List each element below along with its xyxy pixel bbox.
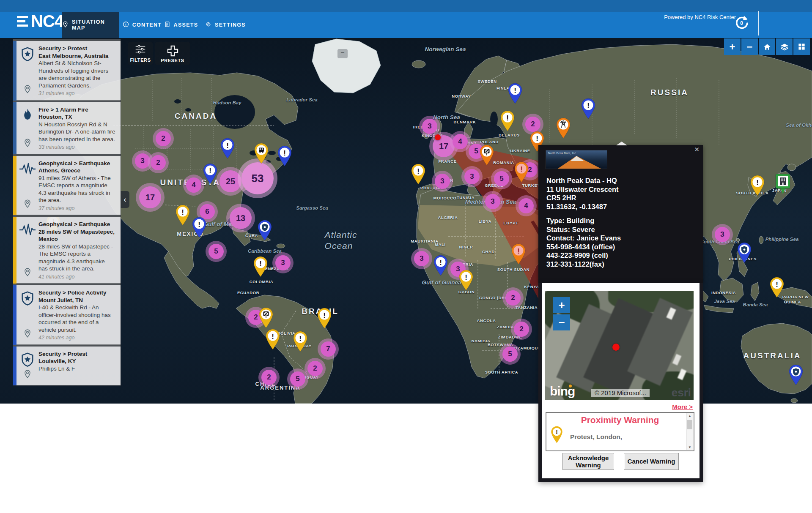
exclaim-pin-marker[interactable]: ! bbox=[432, 254, 449, 278]
satellite-minimap[interactable]: + − bing © 2019 Microsof... esri bbox=[545, 291, 694, 400]
company-logo-image: North Peak Data, Inc. bbox=[546, 150, 607, 169]
shield-pin-marker[interactable] bbox=[736, 242, 753, 265]
exclaim-pin-marker[interactable]: ! bbox=[174, 204, 191, 228]
tab-settings[interactable]: SETTINGS bbox=[210, 12, 241, 38]
alert-card[interactable]: Fire > 1 Alarm FireHouston, TXN Houston … bbox=[13, 101, 121, 154]
cluster-marker[interactable]: 3 bbox=[464, 169, 480, 184]
alert-card[interactable]: Geophysical > Earthquake28 miles SW of M… bbox=[13, 215, 121, 284]
alert-severity-rail bbox=[13, 285, 16, 345]
exclaim-pin-marker[interactable]: ! bbox=[458, 269, 475, 293]
cluster-marker[interactable]: 2 bbox=[156, 131, 171, 146]
cluster-marker[interactable]: 3 bbox=[422, 119, 437, 134]
incident-red-dot[interactable] bbox=[435, 134, 441, 140]
cluster-marker[interactable]: 17 bbox=[139, 186, 161, 208]
building-pin-marker[interactable] bbox=[774, 172, 792, 197]
exclaim-pin-marker[interactable]: ! bbox=[410, 163, 427, 187]
asset-status: Status: Severe bbox=[546, 225, 621, 234]
cluster-marker[interactable]: 2 bbox=[307, 361, 323, 376]
exclaim-pin-marker[interactable]: ! bbox=[264, 328, 281, 352]
cluster-marker[interactable]: 5 bbox=[290, 371, 305, 387]
exclaim-pin-marker[interactable]: ! bbox=[513, 161, 530, 185]
cluster-marker[interactable]: 25 bbox=[219, 170, 241, 192]
cluster-marker[interactable]: 3 bbox=[275, 255, 291, 270]
svg-text:!: ! bbox=[283, 149, 286, 157]
exclaim-pin-marker[interactable]: ! bbox=[580, 98, 597, 121]
scroll-thumb[interactable] bbox=[687, 420, 692, 429]
cluster-marker[interactable]: 13 bbox=[230, 207, 252, 229]
svg-text:!: ! bbox=[439, 259, 442, 267]
exclaim-pin-marker[interactable]: ! bbox=[316, 307, 333, 331]
exclaim-pin-marker[interactable]: ! bbox=[768, 276, 785, 300]
cluster-marker[interactable]: 4 bbox=[453, 134, 468, 149]
cancel-warning-button[interactable]: Cancel Warning bbox=[624, 453, 679, 470]
alert-description: Albert St & Nicholson St- Hundreds of lo… bbox=[38, 60, 115, 89]
exclaim-pin-marker[interactable]: ! bbox=[252, 256, 269, 279]
scroll-up-icon[interactable]: ▲ bbox=[686, 414, 693, 418]
exclaim-pin-marker[interactable]: ! bbox=[219, 137, 236, 161]
exclaim-pin-marker[interactable]: ! bbox=[292, 330, 309, 354]
shield-pin-marker[interactable] bbox=[256, 219, 273, 243]
exclaim-pin-marker[interactable]: ! bbox=[510, 243, 527, 267]
cluster-marker[interactable]: 5 bbox=[494, 171, 509, 186]
cluster-marker[interactable]: 3 bbox=[435, 174, 450, 189]
exclaim-pin-marker[interactable]: ! bbox=[202, 163, 219, 186]
alert-description: I-40 & Beckwith Rd - An officer-involved… bbox=[38, 304, 115, 333]
zoom-out-button[interactable]: − bbox=[741, 38, 758, 55]
pylon-pin-marker[interactable] bbox=[555, 117, 572, 141]
tab-assets[interactable]: ASSETS bbox=[168, 12, 194, 38]
location-pin-icon bbox=[23, 199, 32, 210]
exclaim-pin-marker[interactable]: ! bbox=[749, 175, 766, 198]
basemap-grid-button[interactable] bbox=[793, 38, 810, 55]
warning-scrollbar[interactable]: ▲ ▼ bbox=[686, 413, 693, 450]
svg-text:!: ! bbox=[517, 247, 520, 255]
cluster-marker[interactable]: 2 bbox=[261, 370, 277, 385]
shield-pin-marker[interactable] bbox=[787, 364, 804, 387]
layers-button[interactable] bbox=[776, 38, 793, 55]
refresh-button[interactable]: 0 bbox=[734, 15, 749, 30]
bus-pin-marker[interactable] bbox=[253, 142, 270, 166]
svg-text:!: ! bbox=[417, 167, 420, 175]
sidebar-collapse-button[interactable]: ‹ bbox=[121, 191, 129, 208]
more-link[interactable]: More > bbox=[672, 403, 693, 410]
cluster-marker[interactable]: 7 bbox=[321, 341, 336, 357]
asset-title: North Peak Data - HQ bbox=[546, 176, 621, 185]
cluster-marker[interactable]: 4 bbox=[186, 177, 201, 193]
map-controls: +− bbox=[724, 38, 810, 55]
exclaim-pin-marker[interactable]: ! bbox=[276, 145, 293, 169]
alert-card[interactable]: Geophysical > EarthquakeAthens, Greece91… bbox=[13, 154, 121, 216]
svg-text:0: 0 bbox=[740, 20, 743, 26]
minimap-zoom-in-button[interactable]: + bbox=[553, 297, 570, 313]
alert-card[interactable]: Security > ProtestEast Melbourne, Austra… bbox=[13, 39, 121, 101]
cluster-marker[interactable]: 3 bbox=[485, 194, 500, 209]
zoom-in-button[interactable]: + bbox=[724, 38, 741, 55]
scroll-down-icon[interactable]: ▼ bbox=[686, 445, 693, 449]
home-button[interactable] bbox=[759, 38, 775, 55]
filters-button[interactable]: FILTERS bbox=[128, 42, 153, 65]
cluster-marker[interactable]: 4 bbox=[518, 198, 534, 213]
cluster-marker[interactable]: 2 bbox=[514, 322, 529, 337]
popup-close-icon[interactable]: ✕ bbox=[694, 146, 700, 153]
exclaim-pin-marker[interactable]: ! bbox=[191, 216, 208, 240]
exclaim-pin-marker[interactable]: ! bbox=[499, 110, 516, 134]
alert-card[interactable]: Security > ProtestLouisville, KYPhillips… bbox=[13, 345, 121, 385]
no-sign-pin-marker[interactable] bbox=[258, 307, 274, 330]
cluster-marker[interactable]: 3 bbox=[135, 153, 150, 169]
minimap-zoom-out-button[interactable]: − bbox=[553, 314, 570, 330]
svg-text:!: ! bbox=[776, 281, 778, 289]
no-sign-pin-marker[interactable] bbox=[478, 144, 495, 168]
tab-situation-map[interactable]: SITUATION MAP bbox=[62, 12, 119, 38]
cluster-marker[interactable]: 2 bbox=[151, 155, 166, 170]
cluster-marker[interactable]: 2 bbox=[525, 117, 540, 132]
cluster-marker[interactable]: 5 bbox=[502, 347, 518, 362]
cluster-marker[interactable]: 53 bbox=[241, 162, 274, 194]
map-widget-minimized[interactable]: – bbox=[337, 49, 348, 58]
cluster-marker[interactable]: 3 bbox=[414, 251, 429, 266]
tab-content[interactable]: CONTENT bbox=[127, 12, 157, 38]
acknowledge-warning-button[interactable]: Acknowledge Warning bbox=[562, 453, 614, 470]
presets-button[interactable]: PRESETS bbox=[155, 42, 190, 65]
exclaim-pin-marker[interactable]: ! bbox=[507, 82, 524, 106]
cluster-marker[interactable]: 3 bbox=[715, 227, 730, 242]
cluster-marker[interactable]: 5 bbox=[208, 244, 224, 259]
alert-card[interactable]: Security > Police ActivityMount Juliet, … bbox=[13, 284, 121, 345]
cluster-marker[interactable]: 2 bbox=[505, 290, 521, 306]
